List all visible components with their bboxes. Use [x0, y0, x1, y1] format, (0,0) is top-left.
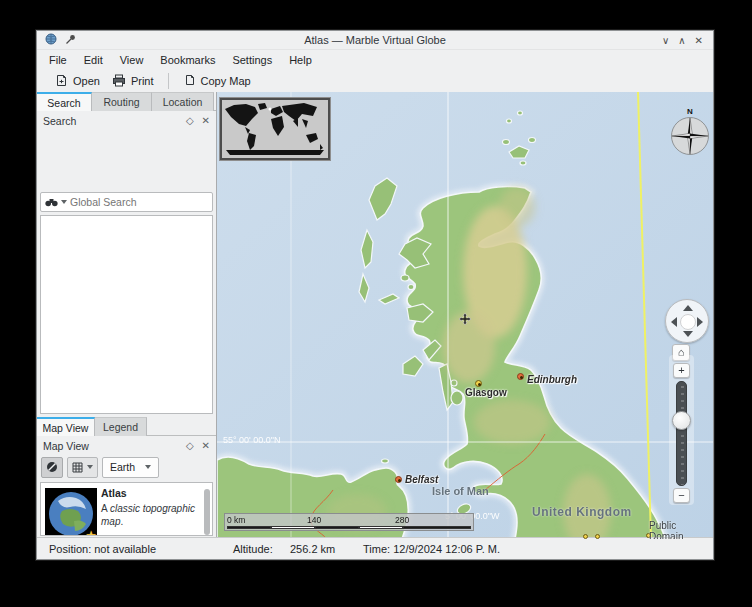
- pin-icon[interactable]: [65, 31, 76, 49]
- global-search-field[interactable]: [40, 192, 213, 212]
- menubar: File Edit View Bookmarks Settings Help: [37, 50, 713, 70]
- print-button[interactable]: Print: [106, 72, 160, 91]
- list-item-atlas[interactable]: ★ Atlas A classic topographic map. It us…: [41, 483, 212, 536]
- zoom-slider-track[interactable]: [676, 381, 687, 486]
- region-label-isle-of-man: Isle of Man: [432, 485, 489, 497]
- tab-legend[interactable]: Legend: [95, 417, 147, 436]
- map-theme-list: ★ Atlas A classic topographic map. It us…: [40, 482, 213, 536]
- atlas-thumbnail: ★: [45, 488, 97, 536]
- mapview-panel-title: Map View: [43, 440, 89, 452]
- region-label-united-kingdom: United Kingdom: [532, 505, 632, 519]
- toolbar: Open Print Copy Map: [37, 70, 713, 92]
- tab-location[interactable]: Location: [152, 92, 214, 111]
- toolbar-separator: [168, 73, 169, 89]
- copy-map-icon: [183, 74, 196, 89]
- belfast-marker[interactable]: [395, 476, 402, 483]
- globe-slash-icon: [46, 461, 58, 473]
- tab-search[interactable]: Search: [37, 92, 92, 111]
- globe-projection-button[interactable]: [41, 457, 63, 478]
- chevron-down-icon: [87, 465, 93, 469]
- map-theme-title: Atlas: [101, 487, 202, 499]
- favorite-star-icon: ★: [85, 528, 97, 536]
- float-panel-icon[interactable]: ◇: [186, 440, 194, 451]
- menu-file[interactable]: File: [49, 54, 67, 66]
- compass-north-label: N: [669, 108, 711, 116]
- search-options-caret-icon[interactable]: [61, 200, 67, 204]
- print-label: Print: [131, 75, 154, 87]
- menu-edit[interactable]: Edit: [84, 54, 103, 66]
- minimize-icon[interactable]: ∨: [662, 31, 669, 50]
- menu-bookmarks[interactable]: Bookmarks: [160, 54, 215, 66]
- tab-routing[interactable]: Routing: [92, 92, 152, 111]
- window-title: Atlas — Marble Virtual Globe: [37, 34, 713, 46]
- menu-help[interactable]: Help: [289, 54, 312, 66]
- mapview-toolbar: Earth: [41, 456, 212, 478]
- open-icon: [55, 74, 68, 89]
- close-panel-icon[interactable]: ✕: [202, 115, 210, 126]
- mapview-dock-tabs: Map View Legend: [37, 417, 216, 436]
- close-icon[interactable]: ✕: [695, 31, 703, 50]
- latitude-label: 55° 00' 00.0"N: [223, 435, 281, 445]
- map-theme-description: A classic topographic map. It uses vecto…: [101, 502, 202, 536]
- celestial-body-button[interactable]: [67, 457, 98, 478]
- list-scrollbar[interactable]: [204, 489, 210, 535]
- marble-window: Atlas — Marble Virtual Globe ∨ ∧ ✕ File …: [36, 30, 714, 560]
- binoculars-icon: [45, 193, 58, 211]
- menu-view[interactable]: View: [120, 54, 144, 66]
- celestial-body-value: Earth: [110, 461, 135, 473]
- map-canvas[interactable]: 55° 00' 00.0"N 5° 00' 00.0"W: [216, 92, 713, 539]
- city-label-belfast: Belfast: [405, 474, 438, 485]
- scale-mid-label: 140: [307, 515, 321, 525]
- status-time: Time: 12/9/2024 12:06 P. M.: [363, 543, 500, 555]
- print-icon: [112, 74, 126, 89]
- scale-bar: 0 km 140 280: [224, 513, 474, 531]
- search-results-list[interactable]: [40, 215, 213, 414]
- copy-map-button[interactable]: Copy Map: [177, 72, 257, 91]
- search-input[interactable]: [70, 196, 208, 208]
- open-label: Open: [73, 75, 100, 87]
- zoom-out-button[interactable]: −: [673, 488, 690, 503]
- pan-center-icon[interactable]: [680, 314, 696, 330]
- pan-right-icon[interactable]: [697, 317, 703, 327]
- glasgow-marker[interactable]: [475, 380, 482, 387]
- city-label-glasgow: Glasgow: [465, 387, 507, 398]
- overview-map[interactable]: [220, 98, 330, 160]
- open-button[interactable]: Open: [49, 72, 106, 91]
- search-dock-tabs: Search Routing Location: [37, 92, 216, 111]
- mapview-panel-header: Map View ◇ ✕: [37, 436, 216, 455]
- status-altitude-value: 256.2 km: [290, 543, 335, 555]
- pan-down-icon[interactable]: [683, 331, 693, 337]
- move-cursor-icon: [458, 312, 472, 330]
- tab-map-view[interactable]: Map View: [37, 417, 95, 436]
- titlebar[interactable]: Atlas — Marble Virtual Globe ∨ ∧ ✕: [37, 31, 713, 50]
- float-panel-icon[interactable]: ◇: [186, 115, 194, 126]
- pan-left-icon[interactable]: [671, 317, 677, 327]
- grid-icon: [72, 462, 83, 473]
- marble-app-icon: [45, 31, 57, 49]
- scale-end-label: 280: [395, 515, 409, 525]
- status-altitude-label: Altitude:: [233, 543, 273, 555]
- menu-settings[interactable]: Settings: [232, 54, 272, 66]
- compass[interactable]: N: [669, 108, 711, 154]
- world-map-icon: [222, 100, 328, 158]
- zoom-slider-handle[interactable]: [672, 411, 691, 430]
- close-panel-icon[interactable]: ✕: [202, 440, 210, 451]
- scale-start-label: 0 km: [227, 515, 245, 525]
- town-marker[interactable]: [595, 534, 600, 539]
- celestial-body-select[interactable]: Earth: [102, 457, 159, 478]
- town-marker[interactable]: [583, 534, 588, 539]
- pan-control[interactable]: [665, 299, 709, 343]
- compass-rose-icon: [670, 116, 710, 156]
- search-panel-header: Search ◇ ✕: [37, 111, 216, 130]
- pan-up-icon[interactable]: [683, 305, 693, 311]
- status-position: Position: not available: [49, 543, 156, 555]
- city-label-edinburgh: Edinburgh: [527, 374, 577, 385]
- search-panel-title: Search: [43, 115, 76, 127]
- statusbar: Position: not available Altitude: 256.2 …: [37, 537, 713, 559]
- copy-map-label: Copy Map: [201, 75, 251, 87]
- left-dock: Search Routing Location Search ◇ ✕ Map V…: [37, 92, 216, 537]
- maximize-icon[interactable]: ∧: [678, 31, 685, 50]
- edinburgh-marker[interactable]: [517, 373, 524, 380]
- license-label[interactable]: Public Domain: [649, 520, 713, 539]
- zoom-in-button[interactable]: +: [673, 363, 690, 378]
